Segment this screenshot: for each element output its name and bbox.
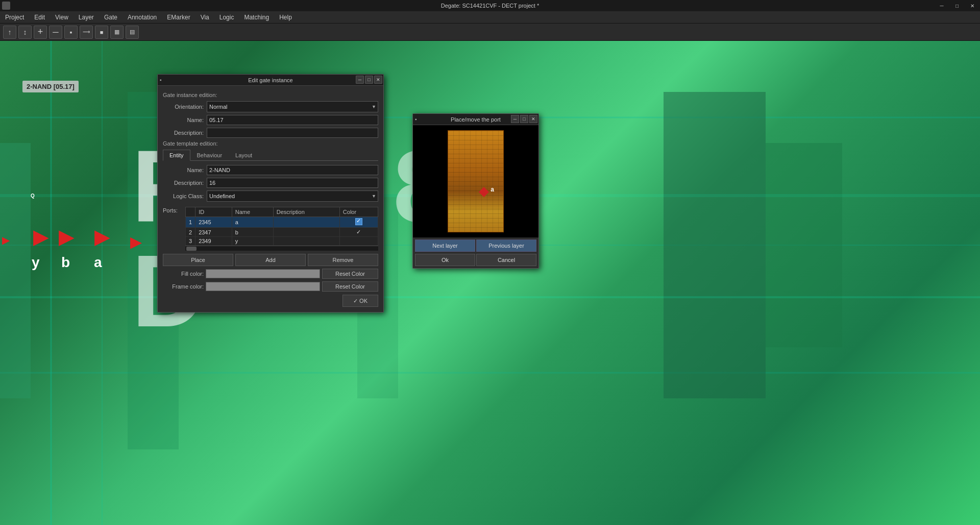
red-arrow-4: ▶ <box>130 233 142 251</box>
port-cancel-button[interactable]: Cancel <box>476 254 536 266</box>
logic-class-select[interactable]: UndefinedBufferInverterNANDNORANDORXOR <box>207 190 378 202</box>
port-dialog-restore[interactable]: □ <box>520 115 528 123</box>
logic-class-row: Logic Class: UndefinedBufferInverterNAND… <box>163 190 378 202</box>
bg-gate-label: 2-NAND [05.17] <box>22 81 79 92</box>
dialog-gate-minimize[interactable]: ─ <box>356 76 364 84</box>
dialog-gate-restore[interactable]: □ <box>365 76 373 84</box>
menu-matching[interactable]: Matching <box>239 11 274 23</box>
menu-help[interactable]: Help <box>274 11 297 23</box>
ok-button[interactable]: ✓ OK <box>342 295 378 307</box>
menu-annotation[interactable]: Annotation <box>122 11 162 23</box>
dialog-gate-title-icon: ▪ <box>160 77 162 83</box>
cursor-tool-button[interactable]: ↑ <box>3 26 16 39</box>
dialog-gate-close[interactable]: ✕ <box>374 76 382 84</box>
menu-edit[interactable]: Edit <box>29 11 50 23</box>
port-dialog-icon: ▪ <box>415 116 417 122</box>
port-row-2[interactable]: 2 2347 b ✓ <box>186 228 378 237</box>
add-tool-button[interactable]: + <box>34 26 47 39</box>
layout-button[interactable]: ▤ <box>126 26 139 39</box>
port-id-1: 2345 <box>195 217 232 228</box>
svg-rect-9 <box>0 143 31 398</box>
port-row-1[interactable]: 1 2345 a <box>186 217 378 228</box>
fill-color-swatch[interactable] <box>206 269 320 278</box>
description-instance-input[interactable] <box>207 128 378 138</box>
window-title: Degate: SC14421CVF - DECT project * <box>441 3 539 9</box>
port-dialog-btns: ─ □ ✕ <box>511 115 537 123</box>
ports-header-row: ID Name Description Color <box>186 207 378 217</box>
tab-behaviour[interactable]: Behaviour <box>190 150 229 160</box>
port-dialog-actions: Ok Cancel <box>413 254 538 268</box>
frame-reset-button[interactable]: Reset Color <box>322 281 378 292</box>
restore-button[interactable]: □ <box>949 0 965 11</box>
menubar: Project Edit View Layer Gate Annotation … <box>0 11 980 23</box>
layer-nav: Next layer Previous layer <box>413 237 538 254</box>
fill-reset-button[interactable]: Reset Color <box>322 269 378 279</box>
col-color: Color <box>339 207 378 217</box>
toolbar: ↑ ↕ + ─ ▪ ⟶ ■ ▦ ▤ <box>0 23 980 41</box>
name-template-label: Name: <box>163 167 204 173</box>
titlebar: Degate: SC14421CVF - DECT project * ─ □ … <box>0 0 980 11</box>
frame-color-row: Frame color: Reset Color <box>163 281 378 292</box>
red-arrow-1: ▶ <box>33 225 49 248</box>
port-name-1: a <box>232 217 273 228</box>
port-color-3 <box>339 237 378 246</box>
name-template-row: Name: <box>163 165 378 175</box>
menu-project[interactable]: Project <box>0 11 29 23</box>
description-instance-row: Description: <box>163 128 378 138</box>
name-template-input[interactable] <box>207 165 378 175</box>
dialog-gate-titlebar-btns: ─ □ ✕ <box>356 76 382 84</box>
port-desc-2 <box>273 228 339 237</box>
orientation-select[interactable]: NormalFlippedRotated 90Rotated 270 <box>207 101 378 112</box>
bg-gate-label-text: 2-NAND [05.17] <box>27 83 75 90</box>
menu-logic[interactable]: Logic <box>214 11 239 23</box>
ports-table-container: ID Name Description Color 1 2345 a <box>185 205 378 251</box>
label-q: Q <box>31 193 35 199</box>
name-instance-input[interactable] <box>207 115 378 125</box>
remove-button[interactable]: Remove <box>308 254 378 266</box>
tab-entity[interactable]: Entity <box>163 150 190 161</box>
place-button[interactable]: Place <box>163 254 233 266</box>
label-a: a <box>94 254 102 271</box>
ok-btn-container: ✓ OK <box>163 292 378 308</box>
menu-layer[interactable]: Layer <box>74 11 99 23</box>
port-color-1 <box>339 217 378 228</box>
port-row-3[interactable]: 3 2349 y <box>186 237 378 246</box>
wire-button[interactable]: ⟶ <box>80 26 93 39</box>
col-name: Name <box>232 207 273 217</box>
port-name-2: b <box>232 228 273 237</box>
ports-scrollbar-thumb <box>186 247 197 251</box>
menu-view[interactable]: View <box>50 11 74 23</box>
description-template-row: Description: <box>163 178 378 188</box>
port-dialog-close[interactable]: ✕ <box>529 115 537 123</box>
fill-button[interactable]: ■ <box>95 26 108 39</box>
port-ok-button[interactable]: Ok <box>415 254 475 266</box>
move-tool-button[interactable]: ↕ <box>18 26 32 39</box>
menu-emarker[interactable]: EMarker <box>162 11 195 23</box>
red-arrow-3: ▶ <box>94 225 110 248</box>
menu-via[interactable]: Via <box>195 11 214 23</box>
port-desc-1 <box>273 217 339 228</box>
previous-layer-button[interactable]: Previous layer <box>476 240 536 252</box>
gate-tool-button[interactable]: ▦ <box>110 26 124 39</box>
orientation-row: Orientation: NormalFlippedRotated 90Rota… <box>163 101 378 112</box>
menu-gate[interactable]: Gate <box>99 11 122 23</box>
col-id: ID <box>195 207 232 217</box>
svg-rect-7 <box>766 143 842 347</box>
ports-label: Ports: <box>163 207 178 213</box>
description-template-input[interactable] <box>207 178 378 188</box>
remove-tool-button[interactable]: ─ <box>49 26 62 39</box>
tab-layout[interactable]: Layout <box>229 150 259 160</box>
select-rect-button[interactable]: ▪ <box>64 26 78 39</box>
ports-h-scrollbar[interactable] <box>185 246 378 251</box>
minimize-button[interactable]: ─ <box>934 0 949 11</box>
close-button[interactable]: ✕ <box>965 0 980 11</box>
fill-color-label: Fill color: <box>163 271 204 277</box>
frame-color-label: Frame color: <box>163 283 204 290</box>
titlebar-controls: ─ □ ✕ <box>934 0 980 11</box>
frame-color-swatch[interactable] <box>206 282 320 291</box>
add-button[interactable]: Add <box>235 254 306 266</box>
next-layer-button[interactable]: Next layer <box>415 240 475 252</box>
description-template-label: Description: <box>163 180 204 186</box>
label-b: b <box>61 254 70 271</box>
port-dialog-minimize[interactable]: ─ <box>511 115 519 123</box>
